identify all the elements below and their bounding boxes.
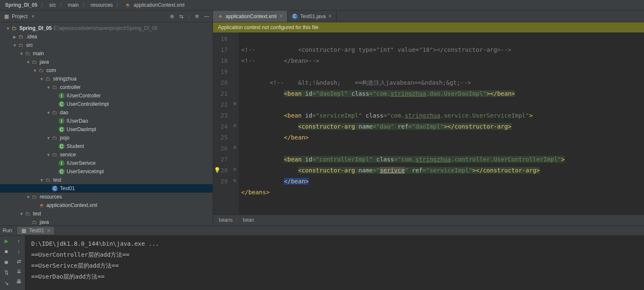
tree-row[interactable]: ▼🗀service (0, 150, 213, 159)
fold-mark[interactable] (231, 131, 239, 142)
exit-icon[interactable]: ↘ (4, 280, 9, 286)
gutter-line[interactable]: 20 (221, 77, 228, 88)
hide-icon[interactable]: — (204, 13, 209, 19)
intention-bulb-icon[interactable]: 💡 (214, 165, 221, 176)
gutter-line[interactable]: 23 (221, 110, 228, 121)
tree-row[interactable]: IIUserDao (0, 117, 213, 125)
stop-icon[interactable]: ■ (5, 248, 8, 255)
tab-applicationcontext[interactable]: ⬘ applicationContext.xml ✕ (213, 11, 288, 22)
tree-row[interactable]: 🗀java (0, 218, 213, 226)
tree-row[interactable]: ⬘applicationContext.xml (0, 201, 213, 209)
fold-mark[interactable] (231, 76, 239, 87)
tree-row[interactable]: ▼🗀com (0, 66, 213, 75)
tree-arrow-icon[interactable]: ▼ (46, 153, 51, 157)
fold-mark[interactable] (231, 32, 239, 43)
tree-arrow-icon[interactable]: ▼ (46, 110, 51, 115)
fold-mark[interactable]: ⊟ (231, 98, 239, 109)
tree-row[interactable]: ▼🗀resources (0, 193, 213, 201)
fold-mark[interactable] (231, 153, 239, 164)
breadcrumb-item[interactable]: src (48, 2, 58, 8)
tree-arrow-icon[interactable]: ▼ (46, 85, 51, 90)
gutter-line[interactable]: 21 (221, 88, 228, 99)
rerun-icon[interactable]: ▶ (5, 238, 8, 244)
fold-mark[interactable]: ⊡ (231, 175, 239, 186)
tree-row[interactable]: ▼🗀test (0, 176, 213, 184)
tree-arrow-icon[interactable]: ▼ (5, 26, 11, 31)
softwrap-icon[interactable]: ⇄ (17, 258, 21, 264)
close-icon[interactable]: ✕ (328, 13, 332, 19)
locate-icon[interactable]: ⊕ (170, 13, 174, 19)
gutter-line[interactable]: 27 (221, 154, 228, 165)
fold-mark[interactable] (231, 43, 239, 54)
code-content[interactable]: <!-- <constructor-arg type="int" value="… (239, 32, 644, 215)
tree-row[interactable]: CUserDaoImpl (0, 125, 213, 134)
fold-column[interactable]: ⊟⊡⊟⊡⊡ (231, 32, 239, 215)
tree-row[interactable]: CUserControllerImpl (0, 100, 213, 108)
tree-row[interactable]: CStudent (0, 142, 213, 150)
editor-banner[interactable]: Application context not configured for t… (213, 22, 644, 32)
project-panel-title[interactable]: Project (12, 13, 27, 19)
editor-gutter[interactable]: 16171819202122232425262728💡29 (213, 32, 231, 215)
tree-arrow-icon[interactable]: ▼ (25, 60, 31, 64)
tree-arrow-icon[interactable]: ▼ (39, 77, 45, 81)
tree-arrow-icon[interactable]: ▼ (19, 51, 24, 56)
code-editor[interactable]: 16171819202122232425262728💡29 ⊟⊡⊟⊡⊡ <!--… (213, 32, 644, 215)
tree-arrow-icon[interactable]: ▼ (46, 136, 51, 140)
tree-row[interactable]: ▼🗀dao (0, 108, 213, 117)
tree-arrow-icon[interactable]: ▼ (32, 68, 38, 73)
gutter-line[interactable]: 16 (221, 33, 228, 44)
breadcrumb-item[interactable]: resources (89, 2, 115, 8)
tree-row[interactable]: ▼🗀test (0, 209, 213, 218)
down-icon[interactable]: ↓ (18, 248, 20, 254)
fold-mark[interactable] (231, 109, 239, 120)
dump-icon[interactable]: ◙ (5, 259, 8, 265)
tab-test01[interactable]: C Test01.java ✕ (288, 11, 337, 22)
fold-mark[interactable] (231, 65, 239, 76)
gutter-line[interactable]: 24 (221, 121, 228, 132)
gutter-line[interactable]: 22 (221, 99, 228, 110)
breadcrumb-item[interactable]: main (66, 2, 81, 8)
tree-row[interactable]: CUserServiceImpl (0, 167, 213, 176)
tree-row[interactable]: ▼🗀main (0, 49, 213, 58)
editor-breadcrumb[interactable]: beans〉bean (213, 215, 644, 226)
gutter-line[interactable]: 26 (221, 143, 228, 154)
tree-row[interactable]: ▼🗀stringzhua (0, 75, 213, 83)
run-tab[interactable]: ▦ Test01 ✕ (17, 227, 54, 234)
tree-row[interactable]: IIUserSerivce (0, 159, 213, 167)
fold-mark[interactable]: ⊡ (231, 120, 239, 131)
tree-row[interactable]: ▼🗀Spring_DI_05E:\apesoucelisten\mavenpro… (0, 24, 213, 32)
tree-arrow-icon[interactable]: ▼ (19, 212, 24, 216)
tree-arrow-icon[interactable]: ▶ (12, 35, 18, 39)
gutter-line[interactable]: 25 (221, 132, 228, 143)
tree-row[interactable]: ▼🗀controller (0, 83, 213, 91)
scroll-icon[interactable]: ⇊ (17, 269, 21, 274)
gutter-line[interactable]: 19 (221, 66, 228, 77)
fold-mark[interactable]: ⊡ (231, 164, 239, 175)
breadcrumb-item[interactable]: ⬘ applicationContext.xml (123, 2, 188, 8)
close-icon[interactable]: ✕ (279, 13, 283, 19)
tree-row[interactable]: ▼🗀pojo (0, 134, 213, 142)
layout-icon[interactable]: ⇅ (4, 269, 9, 276)
tree-row[interactable]: ▼🗀java (0, 58, 213, 66)
collapse-icon[interactable]: ⇆ (179, 13, 183, 19)
print-icon[interactable]: 🖶 (16, 279, 22, 285)
tree-row[interactable]: IIUserController (0, 91, 213, 100)
up-icon[interactable]: ↑ (18, 238, 20, 244)
run-console[interactable]: D:\IDE\jdk1.8.0_144\bin\java.exe ... ==U… (25, 236, 644, 290)
tree-arrow-icon[interactable]: ▼ (12, 43, 18, 48)
gutter-line[interactable]: 17 (221, 44, 228, 55)
gutter-line[interactable]: 28💡 (221, 165, 228, 176)
close-icon[interactable]: ✕ (47, 228, 51, 234)
project-tree[interactable]: ▼🗀Spring_DI_05E:\apesoucelisten\mavenpro… (0, 22, 213, 226)
dropdown-icon[interactable]: ▼ (30, 13, 36, 19)
breadcrumb-item[interactable]: Spring_DI_05 (3, 2, 39, 8)
tree-row[interactable]: CTest01 (0, 184, 213, 193)
fold-mark[interactable]: ⊟ (231, 142, 239, 153)
tree-row[interactable]: ▶🗀.idea (0, 32, 213, 41)
tree-row[interactable]: ▼🗀src (0, 41, 213, 49)
gutter-line[interactable]: 29 (221, 176, 228, 187)
fold-mark[interactable] (231, 87, 239, 98)
fold-mark[interactable] (231, 54, 239, 65)
tree-arrow-icon[interactable]: ▼ (39, 178, 45, 183)
gutter-line[interactable]: 18 (221, 55, 228, 66)
